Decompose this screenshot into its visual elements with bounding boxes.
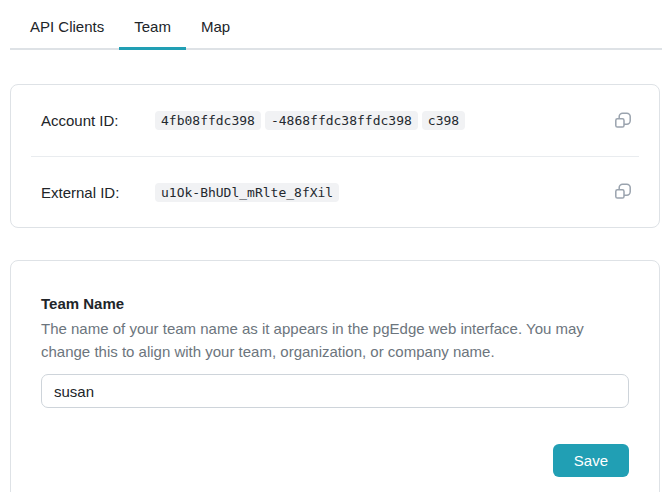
copy-account-id-button[interactable] [610,108,636,134]
save-row: Save [41,444,629,477]
external-id-row: External ID: u1Ok-BhUDl_mRlte_8fXil [31,156,639,227]
account-id-segment: c398 [422,111,465,130]
account-id-segment: -4868ffdc38ffdc398 [265,111,418,130]
external-id-segment: u1Ok-BhUDl_mRlte_8fXil [155,183,339,202]
account-ids-card: Account ID: 4fb08ffdc398 -4868ffdc38ffdc… [10,84,660,228]
external-id-label: External ID: [41,184,155,201]
tab-bar: API Clients Team Map [10,10,662,50]
save-button[interactable]: Save [553,444,629,477]
external-id-value: u1Ok-BhUDl_mRlte_8fXil [155,183,610,202]
account-id-row: Account ID: 4fb08ffdc398 -4868ffdc38ffdc… [31,85,639,156]
account-id-label: Account ID: [41,112,155,129]
account-id-segment: 4fb08ffdc398 [155,111,261,130]
copy-external-id-button[interactable] [610,179,636,205]
account-id-value: 4fb08ffdc398 -4868ffdc38ffdc398 c398 [155,111,610,130]
copy-icon [614,112,632,130]
tab-api-clients[interactable]: API Clients [15,10,119,48]
team-name-input[interactable] [41,374,629,408]
tab-map[interactable]: Map [186,10,245,48]
team-name-description: The name of your team name as it appears… [41,318,626,363]
tab-team[interactable]: Team [119,10,186,48]
team-name-title: Team Name [41,295,629,312]
team-name-card: Team Name The name of your team name as … [10,260,660,492]
copy-icon [614,183,632,201]
